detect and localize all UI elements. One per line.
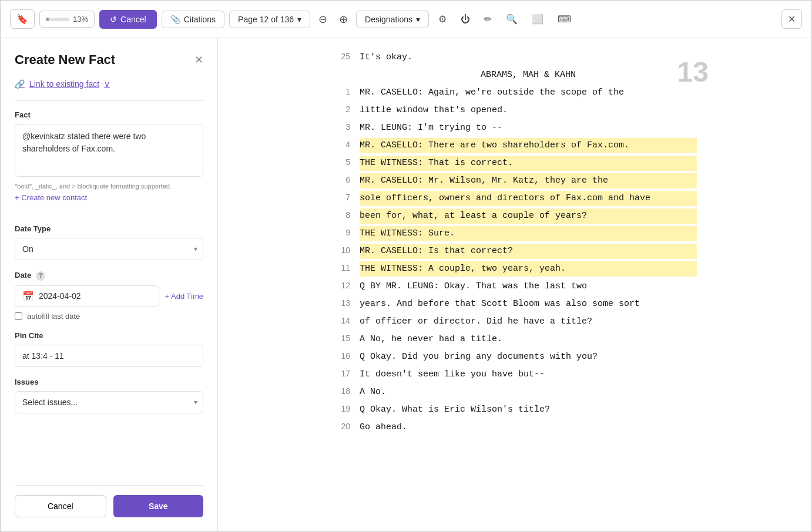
designations-label: Designations [365,15,412,24]
panel-title: Create New Fact [15,52,115,68]
issues-select[interactable]: Select issues... [15,391,203,413]
document-panel: 13 25It's okay.ABRAMS, MAH & KAHN1MR. CA… [218,38,811,531]
pin-cite-label: Pin Cite [15,331,203,340]
line-row: 10MR. CASELLO: Is that correct? [333,244,697,260]
nav-next-button[interactable]: ⊕ [335,9,351,29]
date-type-label: Date Type [15,224,203,233]
create-contact-link[interactable]: + Create new contact [15,193,87,202]
line-number: 11 [333,263,350,272]
line-text: MR. LEUNG: I'm trying to -- [360,120,697,136]
main-content: Create New Fact ✕ 🔗 Link to existing fac… [1,38,811,531]
line-number: 7 [333,193,350,202]
document-content: 13 25It's okay.ABRAMS, MAH & KAHN1MR. CA… [309,38,720,461]
line-row: ABRAMS, MAH & KAHN [333,68,697,84]
nav-prev-button[interactable]: ⊖ [315,9,331,29]
expand-button[interactable]: ⬜ [527,10,548,28]
line-number: 5 [333,157,350,167]
date-input-wrapper: 📅 [15,285,159,307]
page-selector-button[interactable]: Page 12 of 136 ▾ [229,11,310,28]
line-number: 18 [333,386,350,396]
line-number: 2 [333,105,350,114]
close-panel-button[interactable]: ✕ [194,53,203,66]
line-row: 14of officer or director. Did he have a … [333,314,697,331]
autofill-label: autofill last date [27,312,80,321]
line-text: of officer or director. Did he have a ti… [360,314,697,329]
line-text: MR. CASELLO: Again, we're outside the sc… [360,85,697,100]
line-number: 10 [333,245,350,255]
line-number: 13 [333,298,350,308]
fact-section: Fact *bold*, _italic_, and > blockquote … [15,110,203,214]
line-row: 11THE WITNESS: A couple, two years, yeah… [333,261,697,278]
add-time-link[interactable]: + Add Time [165,292,203,301]
line-number: 8 [333,210,350,220]
issues-label: Issues [15,378,203,386]
date-help-icon[interactable]: ? [36,271,45,281]
date-type-select-wrapper: On Before After Between Around ▾ [15,238,203,260]
line-row: 3MR. LEUNG: I'm trying to -- [333,120,697,137]
line-text: THE WITNESS: That is correct. [360,156,697,171]
line-text: little window that's opened. [360,103,697,118]
formatting-hint: *bold*, _italic_, and > blockquote forma… [15,183,203,190]
line-row: 4MR. CASELLO: There are two shareholders… [333,138,697,154]
cancel-action-button[interactable]: Cancel [15,495,106,517]
line-text: THE WITNESS: A couple, two years, yeah. [360,261,697,277]
line-row: 6MR. CASELLO: Mr. Wilson, Mr. Katz, they… [333,173,697,190]
line-row: 17It doesn't seem like you have but-- [333,367,697,383]
document-lines: 25It's okay.ABRAMS, MAH & KAHN1MR. CASEL… [333,50,697,436]
create-fact-panel: Create New Fact ✕ 🔗 Link to existing fac… [1,38,218,531]
fact-textarea[interactable] [15,124,203,177]
line-text: THE WITNESS: Sure. [360,226,697,241]
pin-cite-input[interactable] [15,345,203,367]
history-button[interactable]: ⏻ [456,11,475,28]
line-text: Q Okay. Did you bring any documents with… [360,349,697,365]
progress-button[interactable]: 13% [39,11,95,28]
line-number: 12 [333,281,350,290]
line-text: Q Okay. What is Eric Wilson's title? [360,402,697,417]
edit-button[interactable]: ✏ [479,10,496,28]
keyboard-button[interactable]: ⌨ [553,10,576,28]
line-number: 9 [333,228,350,237]
line-number: 6 [333,175,350,184]
line-text: It doesn't seem like you have but-- [360,367,697,382]
close-button[interactable]: ✕ [781,9,802,29]
autofill-row: autofill last date [15,312,203,321]
search-button[interactable]: 🔍 [501,10,522,28]
line-row: 5THE WITNESS: That is correct. [333,156,697,172]
line-number: 17 [333,369,350,378]
save-button[interactable]: Save [113,495,204,517]
divider [15,100,203,101]
date-type-section: Date Type On Before After Between Around… [15,224,203,260]
line-text: ABRAMS, MAH & KAHN [360,68,697,83]
line-number: 25 [333,52,350,61]
date-input[interactable] [39,291,152,301]
autofill-checkbox[interactable] [15,312,22,320]
date-row: 📅 + Add Time [15,285,203,307]
date-section: Date ? 📅 + Add Time autofill last date [15,271,203,321]
line-text: It's okay. [360,50,697,65]
issues-section: Issues Select issues... ▾ [15,378,203,413]
designations-chevron-icon: ▾ [416,15,420,24]
link-existing-fact-row[interactable]: 🔗 Link to existing fact ∨ [15,79,203,89]
line-number: 20 [333,422,350,431]
line-row: 8been for, what, at least a couple of ye… [333,208,697,225]
date-type-select[interactable]: On Before After Between Around [15,238,203,260]
link-label: Link to existing fact [29,79,99,89]
cancel-label: Cancel [120,15,146,24]
line-number: 14 [333,316,350,325]
page-chevron-icon: ▾ [297,15,301,24]
progress-bar [46,18,69,21]
panel-footer: Cancel Save [15,485,203,517]
cancel-button[interactable]: ↺ Cancel [99,10,157,29]
progress-fill [46,18,49,21]
toolbar: 🔖 13% ↺ Cancel 📎 Citations Page 12 of 13… [1,1,811,38]
date-label: Date ? [15,271,203,281]
settings-button[interactable]: ⚙ [434,10,451,28]
line-text: A No, he never had a title. [360,332,697,347]
line-row: 2little window that's opened. [333,103,697,119]
designations-button[interactable]: Designations ▾ [356,11,429,28]
line-row: 15A No, he never had a title. [333,332,697,348]
citations-label: Citations [184,15,216,24]
citations-button[interactable]: 📎 Citations [162,11,224,28]
line-text: been for, what, at least a couple of yea… [360,208,697,224]
bookmark-button[interactable]: 🔖 [10,9,35,29]
